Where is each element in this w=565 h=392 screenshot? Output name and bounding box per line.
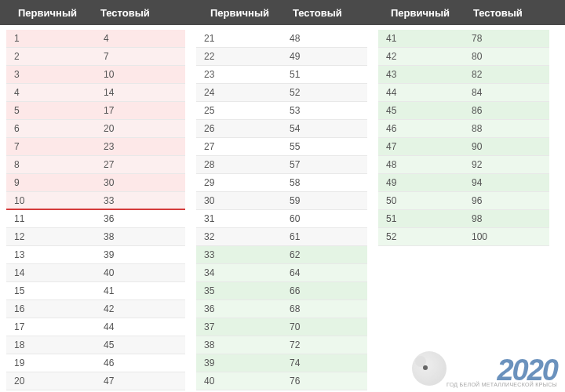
primary-cell: 37 xyxy=(196,321,282,332)
table-row: 4280 xyxy=(378,48,549,66)
primary-cell: 43 xyxy=(378,69,464,80)
primary-cell: 2 xyxy=(6,51,96,62)
primary-cell: 45 xyxy=(378,105,464,116)
header-test: Тестовый xyxy=(94,7,173,19)
header-primary: Первичный xyxy=(12,7,94,19)
test-cell: 55 xyxy=(282,141,367,152)
test-cell: 36 xyxy=(96,213,185,224)
table-row: 4178 xyxy=(378,30,549,48)
test-cell: 88 xyxy=(464,123,549,134)
table-row: 1440 xyxy=(6,264,185,282)
test-cell: 92 xyxy=(464,159,549,170)
test-cell: 30 xyxy=(96,177,185,188)
primary-cell: 3 xyxy=(6,69,96,80)
primary-cell: 47 xyxy=(378,141,464,152)
primary-cell: 23 xyxy=(196,69,282,80)
test-cell: 39 xyxy=(96,249,185,260)
test-cell: 72 xyxy=(282,339,367,350)
test-cell: 78 xyxy=(464,33,549,44)
test-cell: 33 xyxy=(96,195,185,206)
test-cell: 94 xyxy=(464,177,549,188)
table-row: 3974 xyxy=(196,354,367,372)
primary-cell: 19 xyxy=(6,358,96,368)
table-row: 3770 xyxy=(196,318,367,336)
table-row: 3160 xyxy=(196,210,367,228)
test-cell: 70 xyxy=(282,321,367,332)
table-row: 3668 xyxy=(196,300,367,318)
header-group-1: Первичный Тестовый xyxy=(12,7,196,19)
test-cell: 60 xyxy=(282,213,367,224)
test-cell: 49 xyxy=(282,51,367,62)
test-cell: 62 xyxy=(282,249,367,260)
table-row: 2958 xyxy=(196,174,367,192)
primary-cell: 42 xyxy=(378,51,464,62)
primary-cell: 30 xyxy=(196,195,282,206)
test-cell: 64 xyxy=(282,267,367,278)
table-row: 4382 xyxy=(378,66,549,84)
table-row: 2857 xyxy=(196,156,367,174)
header-group-3: Первичный Тестовый xyxy=(385,7,557,19)
primary-cell: 4 xyxy=(6,87,96,98)
column-2: 2148224923512452255326542755285729583059… xyxy=(196,30,367,390)
table-row: 930 xyxy=(6,174,185,192)
table-body: 1427310414517620723827930103311361238133… xyxy=(0,25,565,390)
test-cell: 14 xyxy=(96,87,185,98)
test-cell: 86 xyxy=(464,105,549,116)
table-row: 3059 xyxy=(196,192,367,210)
header-primary: Первичный xyxy=(385,7,467,19)
primary-cell: 26 xyxy=(196,123,282,134)
primary-cell: 28 xyxy=(196,159,282,170)
test-cell: 84 xyxy=(464,87,549,98)
table-row: 3872 xyxy=(196,336,367,354)
table-row: 827 xyxy=(6,156,185,174)
primary-cell: 49 xyxy=(378,177,464,188)
table-row: 4994 xyxy=(378,174,549,192)
test-cell: 40 xyxy=(96,267,185,278)
table-row: 5198 xyxy=(378,210,549,228)
table-row: 27 xyxy=(6,48,185,66)
table-row: 1642 xyxy=(6,300,185,318)
test-cell: 47 xyxy=(96,376,185,387)
primary-cell: 20 xyxy=(6,376,96,387)
table-row: 1339 xyxy=(6,246,185,264)
table-row: 4892 xyxy=(378,156,549,174)
table-row: 3464 xyxy=(196,264,367,282)
primary-cell: 11 xyxy=(6,213,96,224)
table-row: 414 xyxy=(6,84,185,102)
primary-cell: 18 xyxy=(6,339,96,350)
test-cell: 45 xyxy=(96,339,185,350)
table-row: 310 xyxy=(6,66,185,84)
primary-cell: 22 xyxy=(196,51,282,62)
table-row: 620 xyxy=(6,120,185,138)
table-row: 52100 xyxy=(378,228,549,246)
test-cell: 41 xyxy=(96,285,185,296)
test-cell: 61 xyxy=(282,231,367,242)
primary-cell: 52 xyxy=(378,231,464,242)
table-row: 14 xyxy=(6,30,185,48)
primary-cell: 21 xyxy=(196,33,282,44)
test-cell: 100 xyxy=(464,231,549,242)
primary-cell: 38 xyxy=(196,339,282,350)
table-row: 517 xyxy=(6,102,185,120)
primary-cell: 40 xyxy=(196,376,282,387)
header-test: Тестовый xyxy=(467,7,545,19)
primary-cell: 39 xyxy=(196,358,282,368)
test-cell: 80 xyxy=(464,51,549,62)
table-row: 5096 xyxy=(378,192,549,210)
primary-cell: 50 xyxy=(378,195,464,206)
primary-cell: 6 xyxy=(6,123,96,134)
test-cell: 17 xyxy=(96,105,185,116)
test-cell: 59 xyxy=(282,195,367,206)
table-row: 1033 xyxy=(6,192,185,210)
table-row: 4484 xyxy=(378,84,549,102)
table-row: 1845 xyxy=(6,336,185,354)
table-row: 2755 xyxy=(196,138,367,156)
test-cell: 44 xyxy=(96,321,185,332)
column-1: 1427310414517620723827930103311361238133… xyxy=(6,30,185,390)
column-3: 4178428043824484458646884790489249945096… xyxy=(378,30,549,390)
primary-cell: 35 xyxy=(196,285,282,296)
test-cell: 66 xyxy=(282,285,367,296)
primary-cell: 9 xyxy=(6,177,96,188)
test-cell: 7 xyxy=(96,51,185,62)
test-cell: 38 xyxy=(96,231,185,242)
